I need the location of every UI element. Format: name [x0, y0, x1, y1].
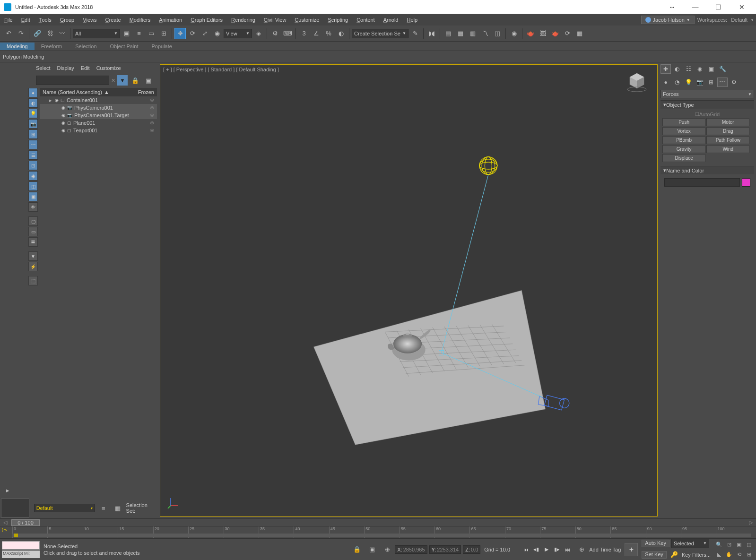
- se-filter-icon-2[interactable]: 💡: [28, 109, 38, 118]
- pivot-center-button[interactable]: ◈: [253, 28, 264, 39]
- color-swatch[interactable]: [742, 178, 750, 187]
- material-editor-button[interactable]: ◉: [508, 28, 520, 39]
- z-coord-input[interactable]: Z:0.0: [463, 545, 480, 554]
- cameras-icon[interactable]: 📷: [695, 78, 705, 87]
- manipulate-button[interactable]: ⚙: [269, 28, 281, 39]
- render-iterative-button[interactable]: ⟳: [562, 28, 573, 39]
- menu-graph-editors[interactable]: Graph Editors: [186, 14, 227, 26]
- zoom-all-button[interactable]: ⊡: [724, 540, 734, 549]
- menu-views[interactable]: Views: [78, 14, 101, 26]
- zoom-button[interactable]: 🔍: [714, 540, 724, 549]
- se-tab-edit[interactable]: Edit: [81, 65, 90, 71]
- se-filter-icon-6[interactable]: ☰: [28, 150, 38, 160]
- scene-list-header[interactable]: Name (Sorted Ascending) ▲ Frozen: [40, 88, 157, 96]
- zoom-extents-all-button[interactable]: ◫: [744, 540, 754, 549]
- ribbon-tab-object paint[interactable]: Object Paint: [104, 43, 145, 50]
- se-filter-icon-7[interactable]: ⊡: [28, 161, 38, 170]
- axis-gizmo[interactable]: [167, 495, 181, 509]
- curve-editor-button[interactable]: 〽: [479, 28, 491, 39]
- align-button[interactable]: ▤: [443, 28, 454, 39]
- viewport[interactable]: [ + ] [ Perspective ] [ Standard ] [ Def…: [160, 64, 658, 517]
- se-filter-icon-11[interactable]: 👁: [28, 202, 38, 212]
- menu-edit[interactable]: Edit: [17, 14, 35, 26]
- track-mode-icon[interactable]: ⟩∿: [2, 527, 8, 532]
- scene-item-plane001[interactable]: ◉▢Plane001❄: [40, 119, 157, 127]
- hierarchy-tab[interactable]: ☷: [683, 64, 694, 74]
- modify-tab[interactable]: ◐: [672, 64, 682, 74]
- ribbon-tab-modeling[interactable]: Modeling: [0, 43, 35, 50]
- object-type-rollout[interactable]: ▾ Object Type: [660, 100, 754, 109]
- name-column-header[interactable]: Name (Sorted Ascending): [43, 89, 102, 95]
- object-name-input[interactable]: [664, 178, 740, 187]
- scene-search-input[interactable]: [36, 76, 109, 85]
- scene-item-teapot001[interactable]: ◉▢Teapot001❄: [40, 127, 157, 134]
- select-move-button[interactable]: ✥: [174, 28, 186, 39]
- helpers-icon[interactable]: ⊞: [706, 78, 716, 87]
- prev-frame-button[interactable]: ◂▮: [531, 545, 541, 554]
- ribbon-tab-freeform[interactable]: Freeform: [35, 43, 69, 50]
- clear-search-icon[interactable]: ✕: [111, 78, 115, 84]
- name-color-rollout[interactable]: ▾ Name and Color: [660, 166, 754, 174]
- render-production-button[interactable]: 🫖: [549, 28, 561, 39]
- select-object-button[interactable]: ▣: [121, 28, 132, 39]
- maxscript-label[interactable]: MAXScript Mi:: [2, 551, 40, 558]
- force-push-button[interactable]: Push: [662, 118, 705, 126]
- polygon-modeling-label[interactable]: Polygon Modeling: [3, 54, 44, 60]
- se-filter-icon-1[interactable]: ◐: [28, 98, 38, 108]
- expand-tree-button[interactable]: ▸: [2, 484, 13, 496]
- set-key-button[interactable]: Set Key: [642, 551, 667, 559]
- se-filter-icon-14[interactable]: ▭: [28, 227, 38, 236]
- workspaces-selector[interactable]: Workspaces: Default ▾: [695, 17, 756, 23]
- force-motor-button[interactable]: Motor: [706, 118, 749, 126]
- lock-icon[interactable]: 🔒: [130, 75, 141, 86]
- keyframe-marker[interactable]: [14, 534, 18, 537]
- undo-button[interactable]: ↶: [3, 28, 14, 39]
- menu-modifiers[interactable]: Modifiers: [125, 14, 155, 26]
- shapes-icon[interactable]: ◔: [672, 78, 682, 87]
- next-frame-button[interactable]: ▮▸: [552, 545, 562, 554]
- menu-help[interactable]: Help: [402, 14, 422, 26]
- display-tab[interactable]: ▣: [706, 64, 716, 74]
- key-filter-dropdown[interactable]: Selected▼: [671, 539, 709, 548]
- pan-button[interactable]: ✋: [724, 550, 734, 559]
- menu-content[interactable]: Content: [352, 14, 379, 26]
- select-scale-button[interactable]: ⤢: [199, 28, 210, 39]
- lights-icon[interactable]: 💡: [683, 78, 694, 87]
- frozen-column-header[interactable]: Frozen: [138, 89, 154, 95]
- angle-snap-button[interactable]: ∠: [311, 28, 322, 39]
- motion-tab[interactable]: ◉: [695, 64, 705, 74]
- orbit-button[interactable]: ⟲: [734, 550, 744, 559]
- se-tab-customize[interactable]: Customize: [96, 65, 121, 71]
- spacewarps-icon[interactable]: 〰: [717, 78, 728, 87]
- se-filter-icon-17[interactable]: ▼: [28, 251, 38, 261]
- time-tag-icon[interactable]: ⊕: [576, 544, 587, 555]
- menu-civil-view[interactable]: Civil View: [260, 14, 290, 26]
- schematic-view-button[interactable]: ◫: [492, 28, 503, 39]
- layer-icon-2[interactable]: ▦: [112, 502, 123, 514]
- rendered-frame-button[interactable]: 🖼: [537, 28, 548, 39]
- user-account-button[interactable]: Jacob Hutson ▼: [641, 16, 695, 24]
- select-by-name-button[interactable]: ≡: [133, 28, 145, 39]
- utilities-tab[interactable]: 🔧: [717, 64, 728, 74]
- scene-item-physcamera001.target[interactable]: ◉📷PhysCamera001.Target❄: [40, 112, 157, 119]
- spinner-snap-button[interactable]: ◐: [335, 28, 347, 39]
- se-tab-display[interactable]: Display: [57, 65, 74, 71]
- layer-dropdown[interactable]: Default▾: [34, 504, 95, 512]
- redo-button[interactable]: ↷: [15, 28, 26, 39]
- maximize-viewport-button[interactable]: ⊞: [744, 550, 754, 559]
- se-filter-icon-20[interactable]: ⬚: [28, 276, 38, 285]
- select-place-button[interactable]: ◉: [211, 28, 223, 39]
- expand-icon[interactable]: ▣: [143, 75, 154, 86]
- force-drag-button[interactable]: Drag: [706, 127, 749, 135]
- scene-item-physcamera001[interactable]: ◉📷PhysCamera001❄: [40, 104, 157, 112]
- play-button[interactable]: ▶: [542, 545, 551, 554]
- fov-button[interactable]: ◣: [714, 550, 724, 559]
- search-filter-icon[interactable]: ▼: [117, 75, 128, 86]
- menu-create[interactable]: Create: [101, 14, 125, 26]
- se-tab-select[interactable]: Select: [36, 65, 51, 71]
- menu-scripting[interactable]: Scripting: [323, 14, 352, 26]
- se-filter-icon-0[interactable]: ●: [28, 88, 38, 97]
- force-vortex-button[interactable]: Vortex: [662, 127, 705, 135]
- menu-group[interactable]: Group: [56, 14, 79, 26]
- se-filter-icon-10[interactable]: ▣: [28, 192, 38, 201]
